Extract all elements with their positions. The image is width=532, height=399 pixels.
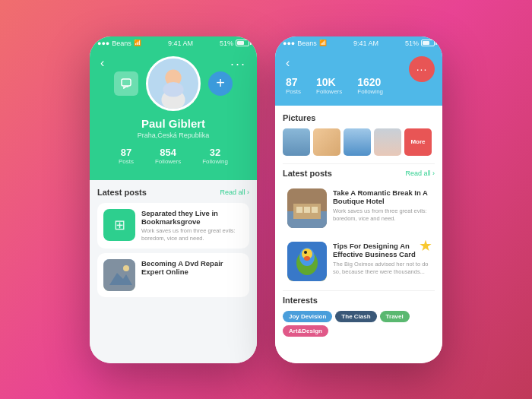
back-button-left[interactable]: ‹ — [100, 56, 104, 70]
avatar — [146, 56, 201, 111]
right-phone: ●●● Beans 📶 9:41 AM 51% ‹ ··· 87 Posts 1… — [275, 36, 442, 363]
right-post-info-1: Take A Romantic Break In A Boutique Hote… — [333, 188, 430, 223]
time-left: 9:41 AM — [168, 40, 193, 47]
post-desc-1: Work saves us from three great evils: bo… — [141, 227, 243, 242]
stat-followers-right: 10K Followers — [316, 76, 342, 95]
svg-point-18 — [304, 251, 307, 254]
right-post-title-2: Tips For Designing An Effective Business… — [333, 242, 430, 259]
divider-2 — [283, 290, 435, 291]
post-card-1[interactable]: ⊞ Separated they Live in Bookmarksgrove … — [97, 203, 249, 249]
more-red-button[interactable]: ··· — [409, 56, 435, 82]
svg-rect-12 — [304, 207, 310, 213]
right-post-title-1: Take A Romantic Break In A Boutique Hote… — [333, 188, 430, 206]
status-bar-left: ●●● Beans 📶 9:41 AM 51% — [90, 36, 257, 50]
read-all-right[interactable]: Read all › — [405, 169, 435, 177]
stat-posts: 87 Posts — [119, 147, 134, 165]
chat-icon[interactable] — [114, 71, 138, 96]
stat-following-right: 1620 Following — [357, 76, 383, 95]
post-card-2[interactable]: Becoming A Dvd Repair Expert Online — [97, 253, 249, 297]
interests-row: Joy Devision The Clash Travel Art&Design — [283, 311, 435, 337]
user-name: Paul Giblert — [100, 117, 246, 130]
post-info-2: Becoming A Dvd Repair Expert Online — [141, 259, 243, 278]
right-post-desc-1: Work saves us from three great evils: bo… — [333, 207, 430, 223]
latest-posts-title: Latest posts — [97, 188, 147, 197]
battery-percent-right: 51% — [405, 40, 419, 47]
right-post-thumb-1 — [287, 188, 327, 228]
time-right: 9:41 AM — [353, 40, 378, 47]
more-pictures-button[interactable]: More — [404, 128, 432, 156]
avatar-area: + — [100, 56, 246, 111]
latest-posts-title-right: Latest posts — [283, 169, 332, 178]
post-info-1: Separated they Live in Bookmarksgrove Wo… — [141, 209, 243, 242]
add-button[interactable]: + — [208, 71, 233, 96]
svg-point-7 — [123, 265, 129, 271]
right-header: ‹ ··· 87 Posts 10K Followers 1620 Follow… — [275, 50, 442, 106]
divider-1 — [283, 163, 435, 164]
picture-3[interactable] — [344, 128, 371, 156]
right-post-thumb-2 — [287, 242, 327, 281]
user-location: Praha,Česká Republika — [100, 131, 246, 139]
picture-1[interactable] — [283, 128, 310, 156]
stat-posts-right: 87 Posts — [286, 76, 301, 95]
right-post-card-2[interactable]: Tips For Designing An Effective Business… — [283, 237, 435, 286]
read-all-left[interactable]: Read all › — [220, 188, 249, 196]
pictures-row: More — [283, 128, 435, 156]
svg-rect-13 — [312, 207, 318, 213]
svg-point-4 — [163, 82, 183, 97]
content-area-left: Latest posts Read all › ⊞ Separated they… — [90, 180, 257, 363]
right-post-card-1[interactable]: Take A Romantic Break In A Boutique Hote… — [283, 184, 435, 233]
tag-art-design[interactable]: Art&Design — [283, 325, 328, 337]
interests-title: Interests — [283, 296, 318, 305]
svg-point-19 — [304, 256, 310, 261]
left-phone: ●●● Beans 📶 9:41 AM 51% ‹ ··· — [90, 36, 257, 363]
battery-percent-left: 51% — [220, 40, 233, 47]
right-post-info-2: Tips For Designing An Effective Business… — [333, 242, 430, 276]
stats-row-right: 87 Posts 10K Followers 1620 Following — [286, 76, 432, 95]
svg-rect-11 — [296, 207, 302, 213]
pictures-header: Pictures — [283, 113, 435, 122]
latest-posts-header: Latest posts Read all › — [97, 188, 249, 197]
profile-header: ‹ ··· + — [90, 50, 257, 180]
more-button-left[interactable]: ··· — [230, 56, 246, 72]
post-thumb-2 — [103, 259, 135, 291]
picture-4[interactable] — [374, 128, 401, 156]
tag-the-clash[interactable]: The Clash — [335, 311, 376, 322]
status-bar-right: ●●● Beans 📶 9:41 AM 51% — [275, 36, 442, 50]
carrier-right: Beans — [297, 40, 317, 47]
interests-header: Interests — [283, 296, 435, 305]
film-icon: ⊞ — [114, 217, 125, 233]
wifi-icon-right: 📶 — [319, 40, 327, 46]
post-title-1: Separated they Live in Bookmarksgrove — [141, 209, 243, 226]
latest-posts-header-right: Latest posts Read all › — [283, 169, 435, 178]
battery-icon-left — [236, 40, 249, 46]
content-area-right: Pictures More Latest posts Read all › — [275, 106, 442, 363]
battery-icon-right — [421, 40, 435, 46]
signal-dots: ●●● — [97, 40, 109, 47]
stat-following: 32 Following — [202, 147, 228, 165]
right-post-desc-2: The Big Oximox advised her not to do so,… — [333, 261, 430, 276]
svg-rect-0 — [122, 79, 131, 86]
pictures-title: Pictures — [283, 113, 315, 122]
stats-row-left: 87 Posts 854 Followers 32 Following — [100, 147, 246, 165]
tag-joy-devision[interactable]: Joy Devision — [283, 311, 332, 322]
post-title-2: Becoming A Dvd Repair Expert Online — [141, 259, 243, 277]
post-thumb-1: ⊞ — [103, 209, 135, 241]
carrier-left: Beans — [112, 40, 131, 47]
stat-followers: 854 Followers — [155, 147, 181, 165]
signal-dots-right: ●●● — [283, 40, 295, 47]
picture-2[interactable] — [313, 128, 340, 156]
wifi-icon-left: 📶 — [134, 40, 141, 46]
tag-travel[interactable]: Travel — [380, 311, 410, 322]
